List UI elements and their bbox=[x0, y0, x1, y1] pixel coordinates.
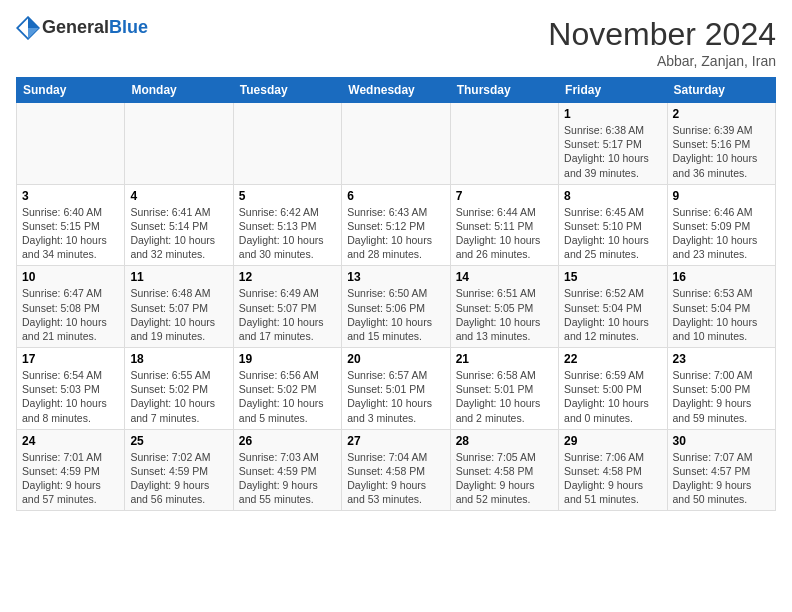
day-info: Sunrise: 6:42 AM Sunset: 5:13 PM Dayligh… bbox=[239, 205, 336, 262]
day-cell: 12Sunrise: 6:49 AM Sunset: 5:07 PM Dayli… bbox=[233, 266, 341, 348]
day-cell: 20Sunrise: 6:57 AM Sunset: 5:01 PM Dayli… bbox=[342, 348, 450, 430]
day-cell: 10Sunrise: 6:47 AM Sunset: 5:08 PM Dayli… bbox=[17, 266, 125, 348]
day-info: Sunrise: 6:47 AM Sunset: 5:08 PM Dayligh… bbox=[22, 286, 119, 343]
day-cell: 6Sunrise: 6:43 AM Sunset: 5:12 PM Daylig… bbox=[342, 184, 450, 266]
calendar-header-row: SundayMondayTuesdayWednesdayThursdayFrid… bbox=[17, 78, 776, 103]
day-info: Sunrise: 7:06 AM Sunset: 4:58 PM Dayligh… bbox=[564, 450, 661, 507]
day-cell: 8Sunrise: 6:45 AM Sunset: 5:10 PM Daylig… bbox=[559, 184, 667, 266]
day-number: 8 bbox=[564, 189, 661, 203]
day-info: Sunrise: 6:45 AM Sunset: 5:10 PM Dayligh… bbox=[564, 205, 661, 262]
day-number: 3 bbox=[22, 189, 119, 203]
day-number: 22 bbox=[564, 352, 661, 366]
day-number: 2 bbox=[673, 107, 770, 121]
day-number: 24 bbox=[22, 434, 119, 448]
day-info: Sunrise: 6:44 AM Sunset: 5:11 PM Dayligh… bbox=[456, 205, 553, 262]
logo-line2: Blue bbox=[109, 17, 148, 37]
header-cell-sunday: Sunday bbox=[17, 78, 125, 103]
day-info: Sunrise: 6:49 AM Sunset: 5:07 PM Dayligh… bbox=[239, 286, 336, 343]
day-info: Sunrise: 6:57 AM Sunset: 5:01 PM Dayligh… bbox=[347, 368, 444, 425]
day-cell: 29Sunrise: 7:06 AM Sunset: 4:58 PM Dayli… bbox=[559, 429, 667, 511]
day-number: 19 bbox=[239, 352, 336, 366]
day-number: 5 bbox=[239, 189, 336, 203]
header-cell-thursday: Thursday bbox=[450, 78, 558, 103]
day-info: Sunrise: 6:59 AM Sunset: 5:00 PM Dayligh… bbox=[564, 368, 661, 425]
week-row-3: 10Sunrise: 6:47 AM Sunset: 5:08 PM Dayli… bbox=[17, 266, 776, 348]
day-number: 27 bbox=[347, 434, 444, 448]
header-cell-saturday: Saturday bbox=[667, 78, 775, 103]
logo: GeneralBlue bbox=[16, 16, 148, 40]
day-number: 30 bbox=[673, 434, 770, 448]
day-info: Sunrise: 7:01 AM Sunset: 4:59 PM Dayligh… bbox=[22, 450, 119, 507]
day-cell bbox=[342, 103, 450, 185]
logo-icon bbox=[16, 16, 40, 40]
day-cell: 21Sunrise: 6:58 AM Sunset: 5:01 PM Dayli… bbox=[450, 348, 558, 430]
day-number: 29 bbox=[564, 434, 661, 448]
day-number: 26 bbox=[239, 434, 336, 448]
day-info: Sunrise: 6:38 AM Sunset: 5:17 PM Dayligh… bbox=[564, 123, 661, 180]
calendar-body: 1Sunrise: 6:38 AM Sunset: 5:17 PM Daylig… bbox=[17, 103, 776, 511]
day-info: Sunrise: 6:51 AM Sunset: 5:05 PM Dayligh… bbox=[456, 286, 553, 343]
day-cell: 13Sunrise: 6:50 AM Sunset: 5:06 PM Dayli… bbox=[342, 266, 450, 348]
day-info: Sunrise: 7:07 AM Sunset: 4:57 PM Dayligh… bbox=[673, 450, 770, 507]
day-cell: 7Sunrise: 6:44 AM Sunset: 5:11 PM Daylig… bbox=[450, 184, 558, 266]
day-cell: 16Sunrise: 6:53 AM Sunset: 5:04 PM Dayli… bbox=[667, 266, 775, 348]
day-cell: 3Sunrise: 6:40 AM Sunset: 5:15 PM Daylig… bbox=[17, 184, 125, 266]
day-info: Sunrise: 6:48 AM Sunset: 5:07 PM Dayligh… bbox=[130, 286, 227, 343]
day-number: 20 bbox=[347, 352, 444, 366]
day-cell: 4Sunrise: 6:41 AM Sunset: 5:14 PM Daylig… bbox=[125, 184, 233, 266]
day-number: 16 bbox=[673, 270, 770, 284]
day-cell: 15Sunrise: 6:52 AM Sunset: 5:04 PM Dayli… bbox=[559, 266, 667, 348]
day-number: 14 bbox=[456, 270, 553, 284]
day-info: Sunrise: 6:58 AM Sunset: 5:01 PM Dayligh… bbox=[456, 368, 553, 425]
day-number: 17 bbox=[22, 352, 119, 366]
day-cell: 27Sunrise: 7:04 AM Sunset: 4:58 PM Dayli… bbox=[342, 429, 450, 511]
day-number: 15 bbox=[564, 270, 661, 284]
day-number: 7 bbox=[456, 189, 553, 203]
location-subtitle: Abbar, Zanjan, Iran bbox=[548, 53, 776, 69]
day-info: Sunrise: 6:40 AM Sunset: 5:15 PM Dayligh… bbox=[22, 205, 119, 262]
day-info: Sunrise: 6:39 AM Sunset: 5:16 PM Dayligh… bbox=[673, 123, 770, 180]
day-number: 21 bbox=[456, 352, 553, 366]
day-number: 4 bbox=[130, 189, 227, 203]
day-info: Sunrise: 6:52 AM Sunset: 5:04 PM Dayligh… bbox=[564, 286, 661, 343]
day-number: 23 bbox=[673, 352, 770, 366]
day-info: Sunrise: 7:03 AM Sunset: 4:59 PM Dayligh… bbox=[239, 450, 336, 507]
day-cell: 11Sunrise: 6:48 AM Sunset: 5:07 PM Dayli… bbox=[125, 266, 233, 348]
day-cell: 9Sunrise: 6:46 AM Sunset: 5:09 PM Daylig… bbox=[667, 184, 775, 266]
day-cell: 23Sunrise: 7:00 AM Sunset: 5:00 PM Dayli… bbox=[667, 348, 775, 430]
day-cell: 5Sunrise: 6:42 AM Sunset: 5:13 PM Daylig… bbox=[233, 184, 341, 266]
day-cell: 22Sunrise: 6:59 AM Sunset: 5:00 PM Dayli… bbox=[559, 348, 667, 430]
day-info: Sunrise: 6:55 AM Sunset: 5:02 PM Dayligh… bbox=[130, 368, 227, 425]
week-row-2: 3Sunrise: 6:40 AM Sunset: 5:15 PM Daylig… bbox=[17, 184, 776, 266]
day-info: Sunrise: 7:05 AM Sunset: 4:58 PM Dayligh… bbox=[456, 450, 553, 507]
day-number: 10 bbox=[22, 270, 119, 284]
day-cell: 28Sunrise: 7:05 AM Sunset: 4:58 PM Dayli… bbox=[450, 429, 558, 511]
day-cell bbox=[17, 103, 125, 185]
week-row-1: 1Sunrise: 6:38 AM Sunset: 5:17 PM Daylig… bbox=[17, 103, 776, 185]
day-info: Sunrise: 6:43 AM Sunset: 5:12 PM Dayligh… bbox=[347, 205, 444, 262]
day-number: 18 bbox=[130, 352, 227, 366]
day-info: Sunrise: 7:04 AM Sunset: 4:58 PM Dayligh… bbox=[347, 450, 444, 507]
day-info: Sunrise: 6:54 AM Sunset: 5:03 PM Dayligh… bbox=[22, 368, 119, 425]
header-cell-monday: Monday bbox=[125, 78, 233, 103]
day-cell: 24Sunrise: 7:01 AM Sunset: 4:59 PM Dayli… bbox=[17, 429, 125, 511]
day-info: Sunrise: 7:02 AM Sunset: 4:59 PM Dayligh… bbox=[130, 450, 227, 507]
header-cell-friday: Friday bbox=[559, 78, 667, 103]
day-number: 25 bbox=[130, 434, 227, 448]
header: GeneralBlue November 2024 Abbar, Zanjan,… bbox=[16, 16, 776, 69]
day-cell bbox=[125, 103, 233, 185]
day-cell: 19Sunrise: 6:56 AM Sunset: 5:02 PM Dayli… bbox=[233, 348, 341, 430]
day-number: 12 bbox=[239, 270, 336, 284]
day-number: 13 bbox=[347, 270, 444, 284]
day-number: 9 bbox=[673, 189, 770, 203]
day-cell: 30Sunrise: 7:07 AM Sunset: 4:57 PM Dayli… bbox=[667, 429, 775, 511]
day-info: Sunrise: 6:56 AM Sunset: 5:02 PM Dayligh… bbox=[239, 368, 336, 425]
header-cell-tuesday: Tuesday bbox=[233, 78, 341, 103]
day-cell: 18Sunrise: 6:55 AM Sunset: 5:02 PM Dayli… bbox=[125, 348, 233, 430]
day-info: Sunrise: 6:41 AM Sunset: 5:14 PM Dayligh… bbox=[130, 205, 227, 262]
day-cell bbox=[450, 103, 558, 185]
day-cell: 1Sunrise: 6:38 AM Sunset: 5:17 PM Daylig… bbox=[559, 103, 667, 185]
day-info: Sunrise: 6:50 AM Sunset: 5:06 PM Dayligh… bbox=[347, 286, 444, 343]
day-cell: 26Sunrise: 7:03 AM Sunset: 4:59 PM Dayli… bbox=[233, 429, 341, 511]
day-cell: 14Sunrise: 6:51 AM Sunset: 5:05 PM Dayli… bbox=[450, 266, 558, 348]
